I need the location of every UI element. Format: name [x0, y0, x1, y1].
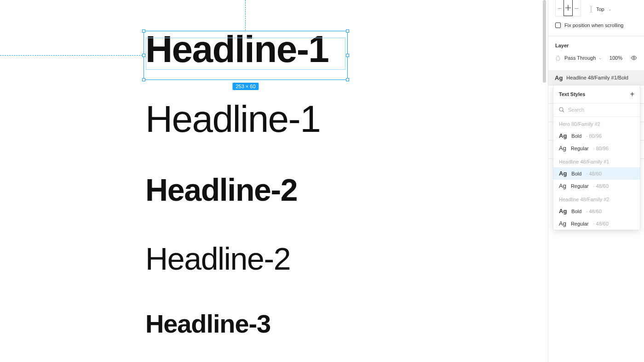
properties-panel: – – Top ⌄ Fix position when scrolling La… [548, 0, 644, 362]
text-style-item[interactable]: AgRegular48/60 [553, 180, 640, 192]
text-headline-2-bold[interactable]: Headline-2 [145, 172, 297, 208]
text-cursor-icon [589, 6, 593, 13]
text-style-item[interactable]: AgRegular48/60 [553, 217, 640, 230]
text-style-item[interactable]: AgRegular80/96 [553, 142, 640, 154]
create-text-style-button[interactable]: + [630, 90, 634, 98]
fix-position-row[interactable]: Fix position when scrolling [555, 23, 623, 28]
text-style-group-label: Headline 48/Family #1 [553, 154, 640, 167]
text-headline-3-bold[interactable]: Headline-3 [145, 309, 270, 339]
text-align-right-button[interactable]: – [573, 0, 581, 16]
alignment-guide-horizontal [0, 55, 143, 56]
text-style-name: Regular [571, 146, 589, 151]
svg-point-0 [633, 57, 635, 59]
text-style-name: Bold [571, 209, 581, 214]
text-align-horizontal-group: – – [555, 0, 581, 17]
text-style-group-label: Headline 48/Family #2 [553, 192, 640, 205]
vertical-align-value: Top [596, 6, 604, 12]
search-icon [559, 107, 564, 113]
selection-bounding-box[interactable]: 253 × 60 [144, 31, 348, 80]
text-style-meta: 80/96 [593, 146, 609, 151]
canvas-scrollbar[interactable] [543, 0, 546, 83]
text-style-meta: 48/60 [593, 221, 609, 226]
text-style-name: Bold [571, 133, 581, 139]
text-style-name: Regular [571, 183, 589, 189]
text-style-icon: Ag [559, 170, 567, 177]
plus-icon [565, 5, 571, 11]
text-style-name: Regular [571, 221, 589, 226]
text-style-meta: 48/60 [586, 209, 602, 214]
blend-mode-dropdown[interactable]: Pass Through ⌄ [564, 55, 602, 61]
text-align-vertical-dropdown[interactable]: Top ⌄ [589, 6, 612, 13]
layer-opacity-value[interactable]: 100% [610, 55, 622, 61]
text-align-center-button[interactable] [564, 0, 572, 16]
applied-text-style-row[interactable]: Ag Headline 48/Family #1/Bold [548, 70, 644, 85]
text-style-icon: Ag [559, 182, 566, 189]
layer-section-title: Layer [555, 43, 637, 48]
eye-icon [631, 55, 637, 61]
text-style-group-label: Hero 80/Family #2 [553, 117, 640, 130]
resize-handle-middle-right[interactable] [346, 54, 349, 57]
text-styles-list: Hero 80/Family #2AgBold80/96AgRegular80/… [553, 117, 640, 230]
fix-position-checkbox[interactable] [555, 23, 561, 28]
text-styles-title: Text Styles [559, 91, 585, 97]
text-style-icon: Ag [559, 220, 566, 227]
chevron-down-icon: ⌄ [608, 7, 612, 11]
visibility-toggle[interactable] [631, 55, 637, 61]
text-styles-search-input[interactable] [568, 107, 634, 113]
text-style-icon: Ag [559, 145, 566, 152]
text-align-left-button[interactable]: – [556, 0, 564, 16]
text-style-meta: 80/96 [586, 133, 602, 139]
alignment-guide-vertical [245, 0, 246, 30]
text-style-icon: Ag [555, 74, 563, 81]
text-headline-2-regular[interactable]: Headline-2 [145, 241, 290, 277]
resize-handle-top-left[interactable] [142, 29, 145, 33]
blend-mode-value: Pass Through [564, 55, 596, 61]
text-styles-search[interactable] [553, 103, 640, 117]
applied-text-style-name: Headline 48/Family #1/Bold [566, 75, 628, 80]
text-style-meta: 48/60 [586, 171, 602, 176]
text-baseline-box [146, 38, 345, 70]
text-style-item[interactable]: AgBold48/60 [553, 167, 640, 180]
resize-handle-top-right[interactable] [346, 29, 349, 33]
fix-position-label: Fix position when scrolling [564, 23, 623, 28]
text-style-name: Bold [571, 171, 581, 176]
resize-handle-bottom-right[interactable] [346, 78, 349, 81]
text-style-meta: 48/60 [593, 183, 609, 189]
text-styles-popover: Text Styles + Hero 80/Family #2AgBold80/… [553, 85, 640, 230]
layer-section: Layer Pass Through ⌄ 100% [548, 36, 644, 66]
chevron-down-icon: ⌄ [598, 56, 602, 60]
text-style-icon: Ag [559, 208, 567, 215]
svg-point-1 [559, 107, 563, 111]
selection-dimensions-badge: 253 × 60 [232, 83, 259, 90]
text-style-item[interactable]: AgBold48/60 [553, 205, 640, 217]
text-style-item[interactable]: AgBold80/96 [553, 130, 640, 142]
text-style-icon: Ag [559, 132, 567, 139]
blend-mode-icon [555, 55, 561, 61]
resize-handle-middle-left[interactable] [142, 54, 145, 57]
text-headline-1-regular[interactable]: Headline-1 [145, 97, 320, 141]
resize-handle-bottom-left[interactable] [142, 78, 145, 81]
design-canvas[interactable]: Headline-1 Headline-1 Headline-2 Headlin… [0, 0, 547, 362]
